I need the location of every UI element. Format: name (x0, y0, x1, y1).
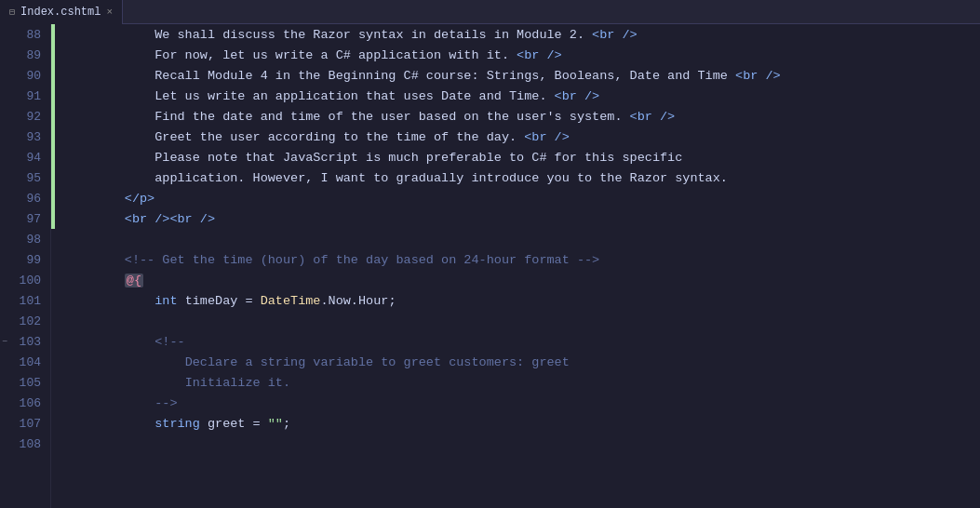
code-line-92: Find the date and time of the user based… (64, 106, 980, 127)
line-number: 89 (0, 45, 50, 65)
line-number: − 103 (0, 331, 50, 352)
line-number: 106 (0, 393, 50, 413)
line-number: 97 (0, 208, 50, 229)
code-line-95: application. However, I want to graduall… (64, 167, 980, 188)
line-number: 105 (0, 372, 50, 393)
code-line-99: <!-- Get the time (hour) of the day base… (64, 249, 980, 270)
line-number: 107 (0, 413, 50, 434)
code-line-103: <!-- (64, 331, 980, 352)
line-number: 100 (0, 270, 50, 290)
line-number: 104 (0, 352, 50, 372)
line-number: 102 (0, 311, 50, 331)
line-number: 93 (0, 127, 50, 147)
tab-filename: Index.cshtml (20, 6, 101, 19)
code-line-93: Greet the user according to the time of … (64, 127, 980, 147)
line-number: 108 (0, 434, 50, 454)
line-number: 96 (0, 188, 50, 208)
code-line-90: Recall Module 4 in the Beginning C# cour… (64, 65, 980, 86)
code-line-98 (64, 229, 980, 249)
code-line-88: We shall discuss the Razor syntax in det… (64, 24, 980, 45)
pin-icon: ⊟ (9, 7, 15, 18)
line-number: 94 (0, 147, 50, 167)
code-line-96: </p> (64, 188, 980, 208)
line-number: 88 (0, 24, 50, 45)
code-area: 88 89 90 91 92 93 94 95 96 97 98 99 100 … (0, 24, 980, 508)
line-number: 95 (0, 167, 50, 188)
editor-tab[interactable]: ⊟ Index.cshtml × (0, 0, 123, 24)
code-line-91: Let us write an application that uses Da… (64, 86, 980, 106)
code-line-100: @{ (64, 270, 980, 290)
editor-container: ⊟ Index.cshtml × 88 89 90 91 92 93 94 95… (0, 0, 980, 508)
line-number: 90 (0, 65, 50, 86)
code-line-107: string greet = ""; (64, 413, 980, 434)
code-line-102 (64, 311, 980, 331)
code-line-97: <br /><br /> (64, 208, 980, 229)
code-line-105: Initialize it. (64, 372, 980, 393)
line-number: 101 (0, 290, 50, 311)
close-icon[interactable]: × (106, 7, 113, 18)
line-numbers-gutter: 88 89 90 91 92 93 94 95 96 97 98 99 100 … (0, 24, 51, 508)
tab-bar: ⊟ Index.cshtml × (0, 0, 980, 24)
code-content[interactable]: We shall discuss the Razor syntax in det… (55, 24, 980, 508)
line-number: 91 (0, 86, 50, 106)
line-number: 99 (0, 249, 50, 270)
code-line-104: Declare a string variable to greet custo… (64, 352, 980, 372)
code-line-106: --> (64, 393, 980, 413)
code-line-101: int timeDay = DateTime.Now.Hour; (64, 290, 980, 311)
code-line-94: Please note that JavaScript is much pref… (64, 147, 980, 167)
code-line-89: For now, let us write a C# application w… (64, 45, 980, 65)
fold-icon[interactable]: − (2, 337, 7, 347)
line-number: 98 (0, 229, 50, 249)
code-line-108 (64, 434, 980, 454)
line-number: 92 (0, 106, 50, 127)
